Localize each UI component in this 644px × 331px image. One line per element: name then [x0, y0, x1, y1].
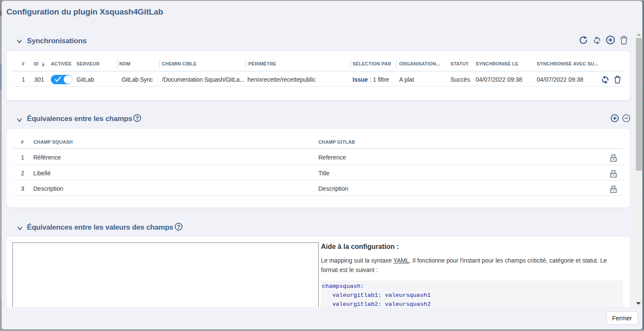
svg-text:?: ? [177, 224, 180, 230]
svg-text:?: ? [135, 115, 139, 121]
